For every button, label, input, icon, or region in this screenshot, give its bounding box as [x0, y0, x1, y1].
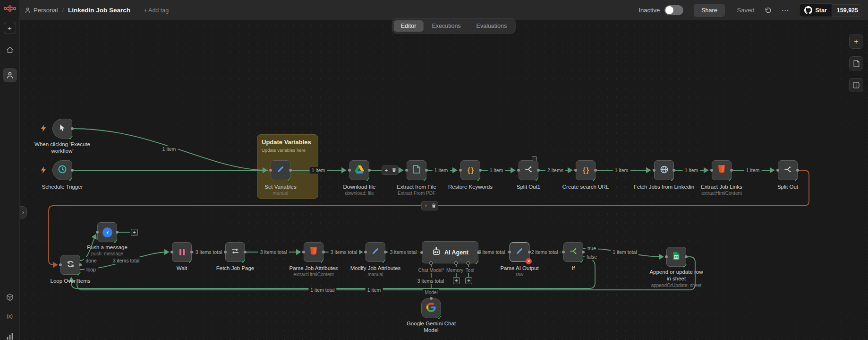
- node-modify-job-attributes[interactable]: ✓: [366, 242, 385, 262]
- port-label-chat-model: Chat Model*: [416, 267, 446, 273]
- edge-label: 1 item: [433, 167, 450, 174]
- insights-icon[interactable]: [6, 332, 13, 340]
- toggle-knob: [665, 6, 673, 14]
- variables-icon[interactable]: (x): [7, 313, 13, 319]
- google-sheets-icon: [672, 252, 680, 262]
- connection-toolbar: +: [382, 166, 399, 175]
- create-workflow-button[interactable]: +: [4, 22, 16, 34]
- workflow-canvas[interactable]: [20, 21, 868, 340]
- connection-add-button[interactable]: +: [423, 202, 429, 209]
- port-label-tool: Tool: [464, 267, 476, 273]
- sidebar-item-personal[interactable]: [3, 68, 17, 82]
- success-check-icon: ✓: [320, 258, 325, 265]
- pencil-icon: [515, 247, 524, 257]
- pinned-data-badge[interactable]: [532, 156, 537, 161]
- split-icon: [783, 165, 792, 175]
- tab-editor[interactable]: Editor: [394, 20, 424, 32]
- node-split-out1[interactable]: ✓: [519, 160, 538, 180]
- sticky-note-button[interactable]: [849, 56, 863, 70]
- sidebar-expand-chevron[interactable]: ›: [20, 206, 27, 218]
- share-button[interactable]: Share: [694, 4, 724, 17]
- edge-label: 1 item: [683, 167, 700, 174]
- edge-label: 1 item: [613, 167, 630, 174]
- success-check-icon: ✓: [682, 262, 688, 270]
- pause-icon: [179, 249, 185, 255]
- globe-icon: [660, 165, 669, 176]
- node-set-variables[interactable]: ✓: [271, 160, 290, 180]
- success-check-icon: ✓: [287, 176, 292, 183]
- port-label-memory: Memory: [444, 267, 465, 273]
- code-braces-icon: { }: [468, 166, 473, 174]
- node-append-or-update-sheet[interactable]: ✓: [666, 247, 686, 267]
- edge-label: 1 item: [310, 167, 327, 174]
- toggle-panel-button[interactable]: [849, 78, 863, 92]
- branch-icon: [569, 247, 578, 257]
- success-check-icon: ✓: [535, 176, 540, 183]
- node-schedule-trigger[interactable]: ✓: [52, 160, 72, 180]
- node-download-file[interactable]: ✓: [349, 160, 369, 180]
- trash-icon: [392, 168, 396, 173]
- connection-delete-button[interactable]: [391, 167, 397, 174]
- success-check-icon: ✓: [77, 270, 82, 278]
- node-parse-job-attributes[interactable]: ✓: [304, 242, 323, 262]
- trigger-bolt-icon: [41, 166, 46, 175]
- node-restore-keywords[interactable]: { } ✓: [460, 160, 480, 180]
- push-notification-icon: [102, 227, 112, 237]
- node-loop-over-items[interactable]: ✓: [60, 255, 80, 275]
- node-parse-ai-output[interactable]: ✕: [510, 242, 529, 262]
- github-star-button[interactable]: Star: [799, 3, 831, 17]
- success-check-icon: ✓: [592, 176, 597, 183]
- trash-icon: [432, 203, 436, 208]
- input-port: [430, 297, 433, 300]
- github-star-label: Star: [815, 7, 826, 14]
- node-extract-job-links[interactable]: ✓: [712, 160, 732, 180]
- edge-label: 3 items total: [388, 249, 419, 255]
- n8n-logo-icon: [3, 4, 17, 13]
- edge-label: 1 item total: [308, 287, 336, 293]
- success-check-icon: ✓: [475, 259, 480, 266]
- node-create-search-url[interactable]: { } ✓: [576, 160, 596, 180]
- node-ai-agent[interactable]: AI Agent ✓: [422, 241, 478, 263]
- workflow-title[interactable]: Linkedin Job Search: [68, 7, 130, 14]
- edge-label: 3 items total: [111, 257, 142, 264]
- node-wait[interactable]: ✓: [172, 242, 192, 262]
- history-icon[interactable]: [765, 7, 772, 14]
- add-node-panel-button[interactable]: +: [849, 35, 863, 49]
- node-when-clicking-execute[interactable]: ✓: [52, 119, 72, 139]
- node-split-out[interactable]: ✓: [778, 160, 798, 180]
- github-star-count[interactable]: 159,925: [832, 4, 863, 17]
- connection-toolbar: +: [421, 201, 438, 210]
- connection-delete-button[interactable]: [430, 202, 437, 209]
- node-fetch-jobs-from-linkedin[interactable]: ✓: [654, 160, 674, 180]
- tab-executions[interactable]: Executions: [425, 20, 468, 32]
- breadcrumb-project[interactable]: Personal: [34, 7, 58, 14]
- html-icon: [718, 165, 725, 175]
- google-g-icon: [426, 303, 436, 314]
- node-fetch-job-page[interactable]: ✓: [225, 242, 245, 262]
- success-check-icon: ✓: [241, 258, 247, 265]
- output-label-true: true: [586, 245, 598, 252]
- success-check-icon: ✓: [113, 238, 119, 245]
- person-icon: [25, 7, 31, 13]
- templates-cube-icon[interactable]: [6, 293, 14, 301]
- tab-evaluations[interactable]: Evaluations: [469, 20, 514, 32]
- sticky-body: Update variables here: [262, 148, 314, 153]
- edge-label: 1 item: [161, 146, 178, 152]
- edge-label: 3 items total: [194, 249, 224, 255]
- active-toggle[interactable]: [664, 5, 683, 15]
- node-push-a-message[interactable]: ✓: [97, 222, 117, 242]
- pencil-icon: [276, 165, 285, 175]
- person-icon: [6, 71, 14, 79]
- cursor-icon: [58, 123, 67, 134]
- node-extract-from-file[interactable]: ✓: [407, 160, 426, 180]
- clock-icon: [58, 165, 67, 176]
- add-tool-button[interactable]: +: [465, 277, 472, 284]
- add-node-button[interactable]: +: [131, 229, 138, 236]
- add-tag-button[interactable]: + Add tag: [144, 7, 169, 14]
- home-icon[interactable]: [6, 46, 14, 54]
- add-memory-button[interactable]: +: [453, 277, 460, 284]
- node-google-gemini-chat-model[interactable]: ✓: [421, 298, 441, 318]
- connection-add-button[interactable]: +: [383, 167, 390, 174]
- more-menu-icon[interactable]: ⋯: [781, 6, 789, 15]
- node-if[interactable]: ✓: [563, 242, 583, 262]
